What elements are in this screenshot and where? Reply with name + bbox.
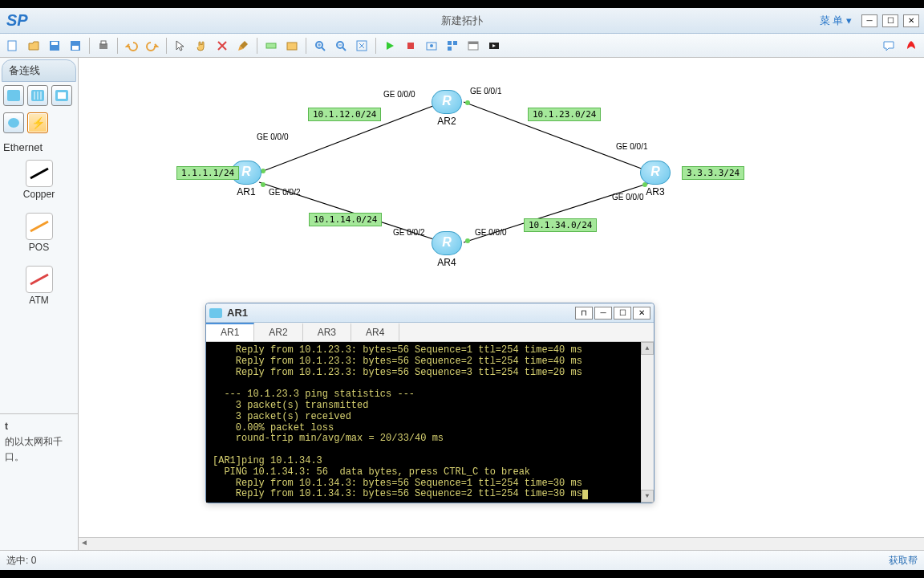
zoomout-button[interactable] bbox=[331, 36, 351, 55]
status-help-link[interactable]: 获取帮 bbox=[889, 554, 918, 568]
terminal-output[interactable]: Reply from 10.1.23.3: bytes=56 Sequence=… bbox=[206, 342, 654, 503]
print-button[interactable] bbox=[94, 36, 113, 55]
network-label[interactable]: 10.1.23.0/24 bbox=[528, 108, 601, 121]
topology-canvas[interactable]: AR1 AR2 AR3 AR4 1.1.1.1/2410.1.12.0/2410… bbox=[79, 58, 924, 550]
svg-rect-12 bbox=[407, 43, 414, 49]
device-type-4[interactable] bbox=[3, 112, 24, 133]
svg-rect-16 bbox=[453, 41, 457, 45]
status-selection: 选中: 0 bbox=[6, 554, 36, 568]
network-label[interactable]: 10.1.34.0/24 bbox=[524, 218, 597, 232]
huawei-icon[interactable] bbox=[902, 36, 921, 55]
redo-button[interactable] bbox=[143, 36, 162, 55]
terminal-minimize-button[interactable]: ─ bbox=[594, 307, 612, 320]
network-label[interactable]: 3.3.3.3/24 bbox=[682, 166, 744, 180]
terminal-tabs: AR1AR2AR3AR4 bbox=[206, 323, 654, 342]
terminal-tab-AR2[interactable]: AR2 bbox=[254, 323, 302, 341]
svg-point-14 bbox=[430, 44, 433, 47]
terminal-tab-AR1[interactable]: AR1 bbox=[206, 323, 254, 341]
svg-rect-0 bbox=[8, 41, 16, 51]
pos-icon bbox=[26, 213, 53, 240]
chat-button[interactable] bbox=[879, 36, 898, 55]
save-button[interactable] bbox=[45, 36, 64, 55]
window-button[interactable] bbox=[464, 36, 483, 55]
layout-button[interactable] bbox=[443, 36, 462, 55]
svg-rect-8 bbox=[287, 43, 297, 50]
router-AR2[interactable]: AR2 bbox=[432, 90, 462, 127]
terminal-scrollbar[interactable]: ▲ ▼ bbox=[641, 342, 654, 503]
device-type-3[interactable] bbox=[51, 85, 72, 106]
close-button[interactable]: ✕ bbox=[903, 14, 919, 27]
zoomin-button[interactable] bbox=[310, 36, 330, 55]
stop-button[interactable] bbox=[401, 36, 420, 55]
terminal-maximize-button[interactable]: ☐ bbox=[614, 307, 631, 320]
scroll-up-icon[interactable]: ▲ bbox=[641, 342, 654, 355]
main-toolbar bbox=[0, 34, 924, 58]
svg-rect-2 bbox=[51, 42, 58, 45]
terminal-icon bbox=[209, 308, 222, 318]
router-AR3[interactable]: AR3 bbox=[640, 161, 671, 197]
sidebar-description: t 的以太网和千 口。 bbox=[0, 413, 78, 550]
network-label[interactable]: 1.1.1.1/24 bbox=[176, 166, 239, 180]
link-label: POS bbox=[0, 242, 78, 253]
svg-rect-7 bbox=[266, 43, 276, 48]
link-type-atm[interactable]: ATM bbox=[0, 261, 78, 314]
saveas-button[interactable] bbox=[66, 36, 85, 55]
link-type-copper[interactable]: Copper bbox=[0, 155, 78, 208]
minimize-button[interactable]: ─ bbox=[861, 14, 877, 27]
menu-button[interactable]: 菜 单 ▾ bbox=[815, 12, 857, 30]
scroll-down-icon[interactable]: ▼ bbox=[641, 490, 654, 503]
delete-button[interactable] bbox=[213, 36, 232, 55]
interface-label: GE 0/0/0 bbox=[257, 132, 288, 141]
new-button[interactable] bbox=[3, 36, 22, 55]
svg-rect-4 bbox=[72, 46, 79, 50]
statusbar: 选中: 0 获取帮 bbox=[0, 550, 924, 570]
device-type-2[interactable] bbox=[27, 85, 48, 106]
link-label: ATM bbox=[0, 295, 78, 306]
svg-rect-17 bbox=[448, 47, 452, 51]
app-logo: SP bbox=[0, 11, 34, 30]
lightning-icon: ⚡ bbox=[31, 116, 45, 129]
terminal-pin-button[interactable]: ⊓ bbox=[575, 307, 593, 320]
interface-label: GE 0/0/2 bbox=[393, 228, 424, 237]
router-label: AR2 bbox=[432, 116, 462, 127]
maximize-button[interactable]: ☐ bbox=[882, 14, 898, 27]
text-button[interactable] bbox=[261, 36, 281, 55]
terminal-text: Reply from 10.1.23.3: bytes=56 Sequence=… bbox=[213, 344, 582, 499]
copper-icon bbox=[26, 160, 53, 187]
link-type-pos[interactable]: POS bbox=[0, 208, 78, 261]
terminal-window: AR1 ⊓ ─ ☐ ✕ AR1AR2AR3AR4 Reply from 10.1… bbox=[205, 303, 654, 503]
svg-line-27 bbox=[30, 222, 48, 231]
undo-button[interactable] bbox=[122, 36, 141, 55]
fit-button[interactable] bbox=[352, 36, 371, 55]
svg-rect-15 bbox=[448, 41, 452, 45]
router-AR4[interactable]: AR4 bbox=[432, 231, 462, 268]
interface-label: GE 0/0/1 bbox=[616, 142, 647, 151]
router-icon bbox=[432, 231, 462, 255]
open-button[interactable] bbox=[24, 36, 43, 55]
link-auto-button[interactable]: ⚡ bbox=[27, 112, 48, 133]
terminal-tab-AR3[interactable]: AR3 bbox=[303, 323, 351, 341]
palette-button[interactable] bbox=[282, 36, 302, 55]
pointer-button[interactable] bbox=[171, 36, 190, 55]
sidebar-devices-tab[interactable]: 备连线 bbox=[2, 59, 76, 82]
broom-button[interactable] bbox=[233, 36, 253, 55]
svg-rect-19 bbox=[468, 42, 478, 44]
link-label: Copper bbox=[0, 189, 78, 200]
window-title: 新建拓扑 bbox=[441, 14, 483, 28]
canvas-hscroll[interactable] bbox=[79, 537, 924, 550]
svg-rect-6 bbox=[101, 41, 106, 44]
interface-label: GE 0/0/0 bbox=[383, 90, 415, 99]
start-button[interactable] bbox=[380, 36, 399, 55]
terminal-titlebar[interactable]: AR1 ⊓ ─ ☐ ✕ bbox=[206, 303, 654, 323]
network-label[interactable]: 10.1.14.0/24 bbox=[309, 213, 382, 226]
video-button[interactable] bbox=[484, 36, 504, 55]
terminal-close-button[interactable]: ✕ bbox=[633, 307, 650, 320]
device-type-1[interactable] bbox=[3, 85, 24, 106]
hand-button[interactable] bbox=[192, 36, 211, 55]
capture-button[interactable] bbox=[422, 36, 441, 55]
network-label[interactable]: 10.1.12.0/24 bbox=[308, 108, 381, 121]
svg-point-25 bbox=[8, 118, 19, 128]
svg-line-26 bbox=[30, 169, 48, 178]
sidebar: 备连线 ⚡ Ethernet Copper POS ATM t bbox=[0, 58, 79, 550]
terminal-tab-AR4[interactable]: AR4 bbox=[351, 323, 399, 341]
